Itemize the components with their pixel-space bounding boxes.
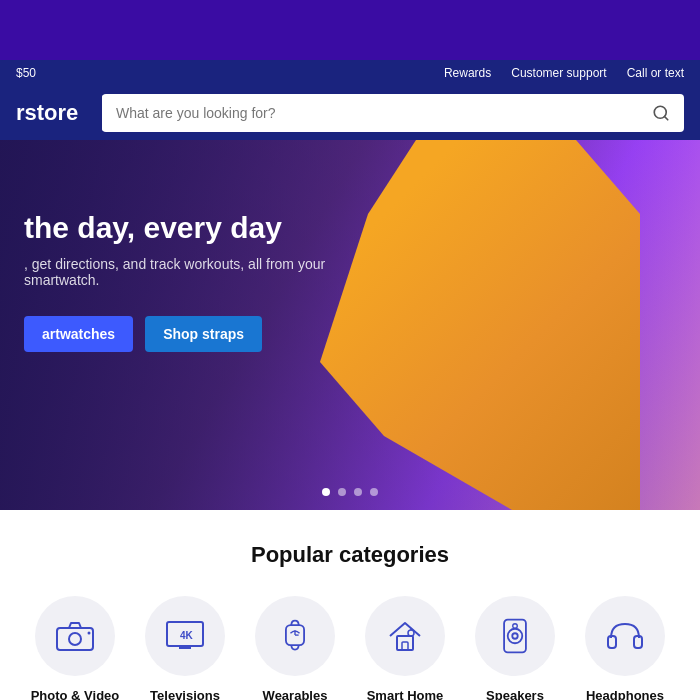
category-smart-home[interactable]: Smart Home	[360, 596, 450, 700]
search-icon	[652, 104, 670, 122]
svg-point-4	[88, 632, 91, 635]
svg-text:4K: 4K	[180, 630, 194, 641]
top-strip	[0, 0, 700, 60]
call-text-link[interactable]: Call or text	[627, 66, 684, 80]
category-speakers-label: Speakers	[486, 688, 544, 700]
category-smart-home-icon-circle	[365, 596, 445, 676]
svg-point-19	[513, 624, 518, 629]
headphones-icon	[605, 618, 645, 654]
category-photo-video-label: Photo & Video	[31, 688, 120, 700]
hero-subtitle: , get directions, and track workouts, al…	[24, 256, 356, 288]
shop-straps-button[interactable]: Shop straps	[145, 316, 262, 352]
smarthome-icon	[385, 616, 425, 656]
promo-bar: $50 Rewards Customer support Call or tex…	[0, 60, 700, 86]
customer-support-link[interactable]: Customer support	[511, 66, 606, 80]
category-speakers[interactable]: Speakers	[470, 596, 560, 700]
carousel-dot-4[interactable]	[370, 488, 378, 496]
category-smart-home-label: Smart Home	[367, 688, 444, 700]
camera-icon	[55, 620, 95, 652]
promo-text: $50	[16, 66, 36, 80]
hero-title: the day, every day	[24, 210, 356, 246]
svg-point-18	[512, 633, 517, 638]
category-photo-video-icon-circle	[35, 596, 115, 676]
shop-smartwatches-button[interactable]: artwatches	[24, 316, 133, 352]
search-bar	[102, 94, 684, 132]
category-televisions[interactable]: 4K Televisions	[140, 596, 230, 700]
svg-rect-2	[57, 628, 93, 650]
svg-point-3	[69, 633, 81, 645]
promo-links: Rewards Customer support Call or text	[444, 66, 684, 80]
svg-rect-12	[397, 636, 413, 650]
search-button[interactable]	[638, 94, 684, 132]
hero-banner: the day, every day , get directions, and…	[0, 140, 700, 510]
category-speakers-icon-circle	[475, 596, 555, 676]
category-wearables[interactable]: Wearables	[250, 596, 340, 700]
svg-point-17	[508, 629, 523, 644]
search-input[interactable]	[102, 95, 638, 131]
carousel-dot-2[interactable]	[338, 488, 346, 496]
category-photo-video[interactable]: Photo & Video	[30, 596, 120, 700]
category-televisions-icon-circle: 4K	[145, 596, 225, 676]
hero-buttons: artwatches Shop straps	[24, 316, 356, 352]
categories-grid: Photo & Video 4K Televisions	[20, 596, 680, 700]
category-televisions-label: Televisions	[150, 688, 220, 700]
category-headphones-icon-circle	[585, 596, 665, 676]
category-headphones-label: Headphones	[586, 688, 664, 700]
wearable-icon	[277, 616, 313, 656]
carousel-dot-1[interactable]	[322, 488, 330, 496]
rewards-link[interactable]: Rewards	[444, 66, 491, 80]
tv-icon: 4K	[163, 618, 207, 654]
hero-content: the day, every day , get directions, and…	[0, 190, 380, 372]
svg-line-1	[664, 116, 667, 119]
carousel-dot-3[interactable]	[354, 488, 362, 496]
speaker-icon	[497, 616, 533, 656]
logo[interactable]: rstore	[16, 100, 86, 126]
categories-title: Popular categories	[20, 542, 680, 568]
svg-rect-13	[402, 642, 408, 650]
category-wearables-label: Wearables	[263, 688, 328, 700]
carousel-dots	[322, 488, 378, 496]
header: rstore	[0, 86, 700, 140]
categories-section: Popular categories Photo & Video 4K	[0, 510, 700, 700]
category-wearables-icon-circle	[255, 596, 335, 676]
category-headphones[interactable]: Headphones	[580, 596, 670, 700]
